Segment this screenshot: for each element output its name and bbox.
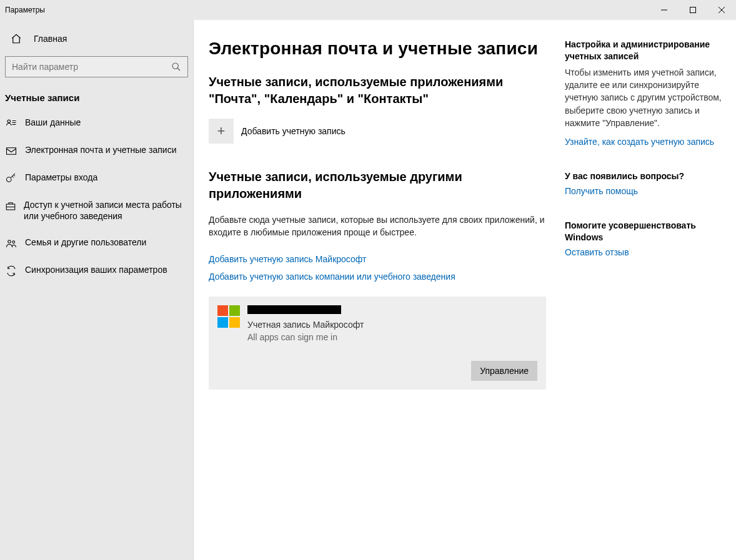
svg-point-4 (172, 63, 178, 69)
people-icon (5, 238, 17, 249)
aside-block-feedback: Помогите усовершенствовать Windows Остав… (565, 220, 726, 257)
section-other-apps-desc: Добавьте сюда учетные записи, которые вы… (209, 214, 546, 239)
sidebar-item-family[interactable]: Семья и другие пользователи (0, 229, 193, 257)
maximize-icon (690, 7, 696, 13)
aside-feedback-title: Помогите усовершенствовать Windows (565, 220, 726, 243)
svg-rect-10 (7, 148, 16, 155)
sidebar-item-your-info[interactable]: Ваши данные (0, 109, 193, 137)
sidebar-item-label: Семья и другие пользователи (25, 237, 146, 248)
account-name-redacted (247, 305, 341, 314)
sidebar-item-email-accounts[interactable]: Электронная почта и учетные записи (0, 137, 193, 164)
close-icon (719, 7, 725, 13)
mail-icon (5, 145, 17, 157)
content: Электронная почта и учетные записи Учетн… (194, 20, 736, 560)
manage-button[interactable]: Управление (471, 361, 537, 381)
svg-point-11 (7, 177, 12, 182)
section-mail-accounts-title: Учетные записи, используемые приложениям… (209, 74, 546, 107)
sidebar-item-label: Синхронизация ваших параметров (25, 264, 167, 275)
sidebar: Главная Учетные записи Ваши данные Элект… (0, 20, 194, 560)
sidebar-home-label: Главная (34, 34, 67, 44)
minimize-button[interactable] (650, 0, 679, 20)
briefcase-icon (5, 200, 16, 212)
aside-help-link[interactable]: Получить помощь (565, 186, 638, 196)
plus-icon: + (209, 119, 234, 144)
sidebar-home[interactable]: Главная (0, 25, 193, 52)
page-title: Электронная почта и учетные записи (209, 39, 546, 59)
aside-admin-title: Настройка и администрирование учетных за… (565, 39, 726, 62)
search-input-wrap[interactable] (5, 56, 188, 77)
add-account-label: Добавить учетную запись (241, 126, 346, 136)
account-status: All apps can sign me in (247, 332, 537, 342)
account-card[interactable]: Учетная запись Майкрософт All apps can s… (209, 297, 546, 390)
titlebar: Параметры (0, 0, 736, 20)
section-other-apps-title: Учетные записи, используемые другими при… (209, 169, 546, 202)
search-icon (171, 62, 181, 72)
aside-feedback-link[interactable]: Оставить отзыв (565, 247, 629, 257)
key-icon (5, 173, 17, 184)
svg-point-14 (8, 240, 11, 243)
microsoft-logo-icon (217, 305, 240, 328)
aside-help-title: У вас появились вопросы? (565, 170, 726, 182)
window-title: Параметры (0, 6, 45, 14)
sync-icon (5, 265, 17, 277)
sidebar-item-label: Электронная почта и учетные записи (25, 144, 176, 155)
svg-rect-1 (690, 7, 696, 13)
svg-line-5 (177, 68, 180, 71)
close-button[interactable] (707, 0, 736, 20)
maximize-button[interactable] (679, 0, 707, 20)
add-account-row[interactable]: + Добавить учетную запись (209, 119, 546, 144)
svg-point-15 (12, 241, 15, 243)
aside-block-admin: Настройка и администрирование учетных за… (565, 39, 726, 147)
main-column: Электронная почта и учетные записи Учетн… (209, 39, 559, 560)
person-card-icon (5, 118, 17, 129)
aside-admin-body: Чтобы изменить имя учетной записи, удали… (565, 66, 726, 129)
sidebar-item-sync[interactable]: Синхронизация ваших параметров (0, 257, 193, 284)
aside-block-help: У вас появились вопросы? Получить помощь (565, 170, 726, 196)
svg-point-6 (7, 120, 11, 123)
sidebar-section-title: Учетные записи (0, 84, 193, 109)
aside-column: Настройка и администрирование учетных за… (559, 39, 736, 560)
add-ms-account-link[interactable]: Добавить учетную запись Майкрософт (209, 254, 366, 264)
sidebar-item-label: Ваши данные (25, 117, 81, 128)
sidebar-item-label: Параметры входа (25, 172, 97, 183)
sidebar-item-work-school[interactable]: Доступ к учетной записи места работы или… (0, 192, 193, 229)
account-type-label: Учетная запись Майкрософт (247, 320, 537, 330)
sidebar-item-label: Доступ к учетной записи места работы или… (24, 199, 183, 222)
home-icon (10, 33, 22, 44)
minimize-icon (661, 7, 667, 13)
search-input[interactable] (6, 62, 187, 72)
sidebar-item-signin-options[interactable]: Параметры входа (0, 164, 193, 192)
add-work-school-account-link[interactable]: Добавить учетную запись компании или уче… (209, 272, 455, 282)
window-controls (650, 0, 736, 20)
aside-admin-link[interactable]: Узнайте, как создать учетную запись (565, 137, 714, 147)
